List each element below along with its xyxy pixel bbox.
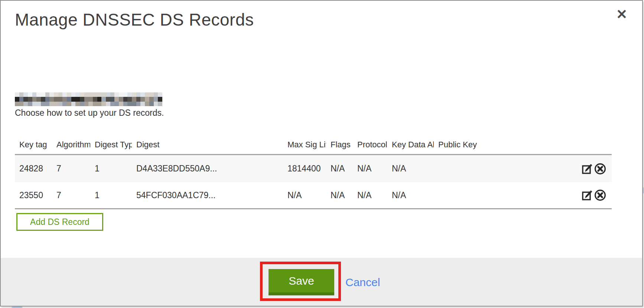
mosaic-cell — [158, 97, 162, 101]
mosaic-cell — [75, 92, 80, 97]
mosaic-cell — [84, 97, 89, 101]
cancel-link[interactable]: Cancel — [345, 276, 380, 289]
edit-record-icon[interactable] — [581, 189, 593, 202]
close-icon[interactable]: ✕ — [613, 6, 630, 23]
mosaic-cell — [54, 102, 58, 106]
mosaic-cell — [114, 102, 119, 106]
mosaic-cell — [140, 97, 145, 101]
mosaic-cell — [123, 92, 128, 97]
mosaic-cell — [62, 97, 67, 101]
mosaic-row — [15, 97, 162, 101]
delete-record-icon[interactable] — [594, 189, 606, 202]
mosaic-cell — [154, 92, 158, 97]
cell-max-sig-life: N/A — [283, 190, 326, 200]
annotation-highlight-box: Save — [260, 262, 341, 301]
mosaic-cell — [132, 102, 136, 106]
save-button[interactable]: Save — [269, 269, 334, 295]
cell-protocol: N/A — [353, 190, 387, 200]
mosaic-cell — [19, 97, 24, 101]
mosaic-cell — [114, 92, 119, 97]
mosaic-cell — [36, 97, 41, 101]
mosaic-cell — [158, 92, 162, 97]
mosaic-cell — [28, 92, 32, 97]
mosaic-cell — [58, 92, 63, 97]
mosaic-cell — [119, 97, 123, 101]
cell-key-tag: 23550 — [15, 190, 52, 200]
mosaic-cell — [75, 97, 80, 101]
mosaic-row — [15, 102, 162, 106]
redacted-domain-name — [15, 92, 162, 106]
row-actions — [557, 162, 612, 176]
mosaic-cell — [136, 92, 141, 97]
cell-flags: N/A — [326, 164, 353, 174]
mosaic-cell — [145, 92, 149, 97]
mosaic-cell — [49, 92, 54, 97]
mosaic-cell — [80, 92, 84, 97]
column-header-flags: Flags — [326, 140, 353, 150]
cell-key-tag: 24828 — [15, 164, 52, 174]
mosaic-cell — [45, 102, 50, 106]
delete-record-icon[interactable] — [594, 162, 606, 176]
add-ds-record-button[interactable]: Add DS Record — [16, 213, 103, 231]
mosaic-cell — [140, 102, 145, 106]
mosaic-cell — [45, 97, 50, 101]
mosaic-cell — [80, 102, 84, 106]
mosaic-cell — [140, 92, 145, 97]
edit-record-icon[interactable] — [581, 162, 593, 176]
cell-key-data-alg: N/A — [387, 164, 434, 174]
mosaic-cell — [132, 92, 136, 97]
mosaic-cell — [15, 97, 19, 101]
mosaic-cell — [106, 97, 110, 101]
mosaic-cell — [58, 102, 63, 106]
column-header-key-tag: Key tag — [15, 140, 52, 150]
mosaic-cell — [88, 92, 93, 97]
mosaic-cell — [101, 102, 106, 106]
mosaic-cell — [62, 102, 67, 106]
mosaic-cell — [88, 97, 93, 101]
page: Manage DNSSEC DS Records ✕ Choose how to… — [0, 0, 644, 308]
mosaic-cell — [101, 92, 106, 97]
mosaic-cell — [23, 102, 28, 106]
mosaic-cell — [136, 102, 141, 106]
dialog-footer: Save Cancel — [1, 258, 642, 306]
mosaic-cell — [71, 97, 76, 101]
mosaic-cell — [101, 97, 106, 101]
intro-text: Choose how to set up your DS records. — [15, 108, 164, 118]
mosaic-cell — [32, 102, 37, 106]
column-header-digest-type: Digest Type — [90, 140, 132, 150]
cell-digest-type: 1 — [90, 164, 132, 174]
mosaic-cell — [110, 102, 115, 106]
mosaic-cell — [32, 97, 37, 101]
mosaic-cell — [149, 102, 154, 106]
mosaic-row — [15, 92, 162, 97]
column-header-protocol: Protocol — [353, 140, 387, 150]
mosaic-cell — [15, 92, 19, 97]
mosaic-cell — [88, 102, 93, 106]
mosaic-cell — [119, 102, 123, 106]
mosaic-cell — [127, 92, 132, 97]
mosaic-cell — [154, 97, 158, 101]
cell-key-data-alg: N/A — [387, 190, 434, 200]
mosaic-cell — [15, 102, 19, 106]
mosaic-cell — [97, 97, 102, 101]
mosaic-cell — [158, 102, 162, 106]
mosaic-cell — [132, 97, 136, 101]
mosaic-cell — [110, 92, 115, 97]
table-header-row: Key tag Algorithm Digest Type Digest Max… — [15, 135, 612, 154]
mosaic-cell — [19, 102, 24, 106]
mosaic-cell — [49, 97, 54, 101]
mosaic-cell — [149, 97, 154, 101]
mosaic-cell — [54, 92, 58, 97]
mosaic-cell — [36, 92, 41, 97]
mosaic-cell — [84, 92, 89, 97]
mosaic-cell — [67, 102, 71, 106]
mosaic-cell — [67, 97, 71, 101]
column-header-digest: Digest — [132, 140, 283, 150]
mosaic-cell — [145, 97, 149, 101]
cell-flags: N/A — [326, 190, 353, 200]
mosaic-cell — [127, 97, 132, 101]
dnssec-ds-records-dialog: Manage DNSSEC DS Records ✕ Choose how to… — [0, 0, 643, 307]
mosaic-cell — [28, 102, 32, 106]
mosaic-cell — [58, 97, 63, 101]
mosaic-cell — [93, 102, 97, 106]
